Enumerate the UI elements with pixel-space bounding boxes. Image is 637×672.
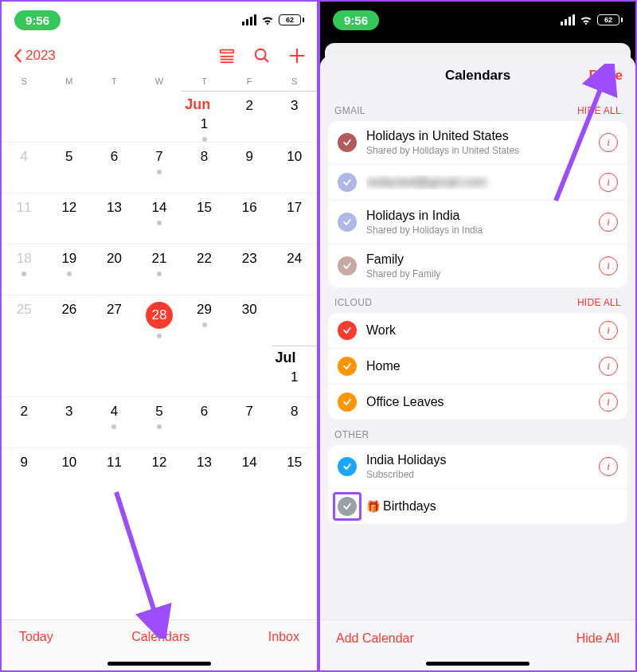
calendar-check-icon[interactable] <box>338 256 357 275</box>
calendar-day[interactable]: 6 <box>182 397 227 447</box>
calendar-row[interactable]: Holidays in United StatesShared by Holid… <box>328 121 627 164</box>
info-button[interactable]: i <box>599 213 618 232</box>
calendar-day[interactable]: 9 <box>2 447 47 498</box>
calendar-row[interactable]: FamilyShared by Familyi <box>328 244 627 287</box>
calendar-day[interactable]: 25 <box>2 295 47 346</box>
back-year-button[interactable]: 2023 <box>13 48 56 64</box>
calendar-day[interactable]: 10 <box>47 447 92 498</box>
info-button[interactable]: i <box>599 173 618 192</box>
calendar-row[interactable]: Homei <box>328 348 627 384</box>
calendar-day[interactable]: 14 <box>227 447 272 498</box>
calendar-day[interactable] <box>47 91 92 142</box>
calendar-day[interactable]: 15 <box>272 447 317 498</box>
calendar-day[interactable]: 11 <box>92 447 137 498</box>
info-button[interactable]: i <box>599 457 618 476</box>
add-icon[interactable] <box>288 47 306 64</box>
calendar-day[interactable] <box>2 91 47 142</box>
calendar-check-icon[interactable] <box>338 393 357 412</box>
calendar-day[interactable] <box>272 295 317 346</box>
calendar-day[interactable]: 19 <box>47 244 92 295</box>
calendar-check-icon[interactable] <box>338 457 357 476</box>
calendar-day[interactable]: 22 <box>182 244 227 295</box>
calendar-day[interactable]: 5 <box>137 397 182 447</box>
done-button[interactable]: Done <box>589 68 623 84</box>
calendar-check-icon[interactable] <box>338 133 357 152</box>
calendar-day[interactable]: 10 <box>272 142 317 193</box>
calendar-row[interactable]: Office Leavesi <box>328 384 627 420</box>
calendar-check-icon[interactable] <box>338 173 357 192</box>
calendar-day[interactable]: 21 <box>137 244 182 295</box>
calendar-day[interactable]: 8 <box>272 397 317 447</box>
hide-all-section-button[interactable]: HIDE ALL <box>577 297 621 308</box>
calendar-grid[interactable]: Jun1234567891011121314151617181920212223… <box>2 91 317 498</box>
calendar-day[interactable]: 28 <box>137 295 182 346</box>
calendar-check-icon[interactable] <box>338 497 357 516</box>
inbox-button[interactable]: Inbox <box>268 630 299 644</box>
calendar-day[interactable]: 16 <box>227 193 272 244</box>
calendar-row[interactable]: Holidays in IndiaShared by Holidays in I… <box>328 200 627 244</box>
calendar-day[interactable]: 30 <box>227 295 272 346</box>
calendar-day[interactable] <box>92 91 137 142</box>
calendar-day[interactable] <box>227 346 272 397</box>
calendar-day[interactable]: 7 <box>227 397 272 447</box>
calendar-day[interactable]: 3 <box>47 397 92 447</box>
info-button[interactable]: i <box>599 393 618 412</box>
calendar-day[interactable]: 17 <box>272 193 317 244</box>
calendar-day[interactable]: 11 <box>2 193 47 244</box>
info-button[interactable]: i <box>599 321 618 340</box>
calendar-check-icon[interactable] <box>338 213 357 232</box>
calendar-day[interactable] <box>47 346 92 397</box>
calendar-row[interactable]: India HolidaysSubscribedi <box>328 445 627 488</box>
calendar-row[interactable]: Worki <box>328 313 627 348</box>
calendar-day[interactable]: 23 <box>227 244 272 295</box>
calendar-day[interactable]: 5 <box>47 142 92 193</box>
calendar-day[interactable]: 7 <box>137 142 182 193</box>
calendar-day[interactable]: 6 <box>92 142 137 193</box>
calendar-day[interactable]: 12 <box>47 193 92 244</box>
calendar-day[interactable]: 29 <box>182 295 227 346</box>
calendar-day[interactable]: 14 <box>137 193 182 244</box>
calendar-day[interactable]: 24 <box>272 244 317 295</box>
hide-all-button[interactable]: Hide All <box>576 631 619 646</box>
calendar-day[interactable]: 15 <box>182 193 227 244</box>
calendar-day[interactable] <box>2 346 47 397</box>
today-button[interactable]: Today <box>19 630 53 644</box>
calendar-day[interactable]: 4 <box>2 142 47 193</box>
calendar-day[interactable]: 20 <box>92 244 137 295</box>
calendar-day[interactable]: Jul1 <box>272 346 317 397</box>
calendar-toolbar: Today Calendars Inbox <box>2 619 317 670</box>
calendar-day[interactable]: 2 <box>227 91 272 142</box>
search-icon[interactable] <box>253 47 271 64</box>
info-button[interactable]: i <box>599 357 618 376</box>
calendar-row[interactable]: redacted@gmail.comi <box>328 164 627 200</box>
add-calendar-button[interactable]: Add Calendar <box>336 631 414 646</box>
calendar-day[interactable]: 4 <box>92 397 137 447</box>
calendar-day[interactable]: 2 <box>2 397 47 447</box>
calendar-day[interactable] <box>137 346 182 397</box>
calendar-day[interactable]: 3 <box>272 91 317 142</box>
battery-icon: 62 <box>279 14 304 25</box>
info-button[interactable]: i <box>599 133 618 152</box>
calendar-day[interactable]: 13 <box>182 447 227 498</box>
section-header: GMAILHIDE ALL <box>320 96 635 121</box>
calendars-button[interactable]: Calendars <box>131 630 190 644</box>
calendar-day[interactable]: 9 <box>227 142 272 193</box>
battery-icon: 62 <box>597 14 623 25</box>
calendar-check-icon[interactable] <box>338 357 357 376</box>
calendar-day[interactable]: 12 <box>137 447 182 498</box>
calendar-day[interactable]: 18 <box>2 244 47 295</box>
calendar-row[interactable]: 🎁Birthdays <box>328 488 627 524</box>
info-button[interactable]: i <box>599 256 618 275</box>
calendar-day[interactable]: Jun1 <box>182 91 227 142</box>
sheet-title: Calendars <box>445 68 510 84</box>
calendar-day[interactable]: 26 <box>47 295 92 346</box>
calendar-day[interactable] <box>182 346 227 397</box>
list-view-icon[interactable] <box>218 47 236 64</box>
calendar-day[interactable]: 27 <box>92 295 137 346</box>
calendar-day[interactable]: 13 <box>92 193 137 244</box>
calendar-day[interactable]: 8 <box>182 142 227 193</box>
calendar-check-icon[interactable] <box>338 321 357 340</box>
calendar-day[interactable] <box>137 91 182 142</box>
hide-all-section-button[interactable]: HIDE ALL <box>577 105 621 116</box>
calendar-day[interactable] <box>92 346 137 397</box>
